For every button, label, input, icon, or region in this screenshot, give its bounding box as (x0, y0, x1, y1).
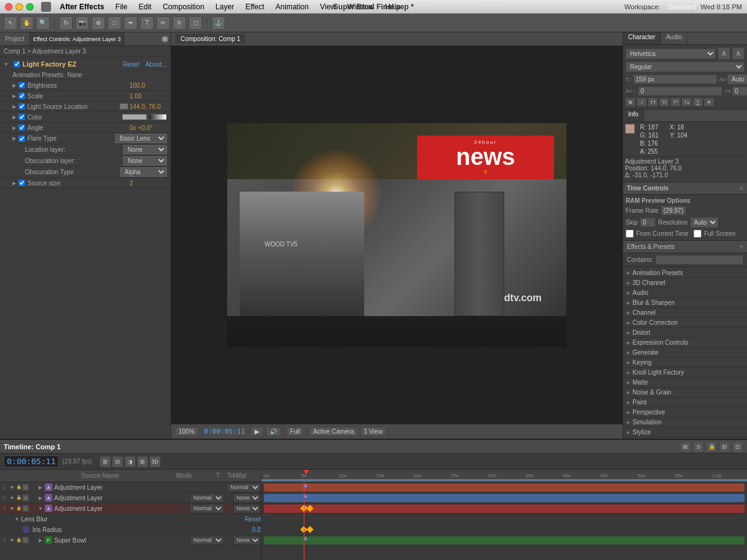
play-btn[interactable]: ▶ (251, 427, 263, 436)
smallcaps-icon[interactable]: Tt (659, 98, 669, 106)
timeline-track-area[interactable]: 0s 5s 10s 15s 20s 25s 30s 35s 40s 45s 50… (261, 470, 747, 560)
light-source-crosshair[interactable] (120, 103, 128, 110)
effect-knoll-light-factory[interactable]: ▶ Knoll Light Factory (623, 368, 747, 378)
tl-layer-2-lock[interactable]: 🔒 (16, 495, 22, 501)
angle-value[interactable]: 0x +0.0° (129, 124, 167, 131)
tab-info[interactable]: Info (623, 110, 644, 121)
menu-layer[interactable]: Layer (210, 1, 239, 12)
menu-composition[interactable]: Composition (157, 1, 209, 12)
scale-enable[interactable] (19, 93, 25, 99)
menu-animation[interactable]: Animation (271, 1, 314, 12)
tl-preview-btn[interactable]: ⊞ (100, 456, 111, 467)
caps-icon[interactable]: TT (648, 98, 658, 106)
sub-icon[interactable]: T₂ (682, 98, 692, 106)
color-enable[interactable] (19, 114, 25, 120)
angle-enable[interactable] (19, 124, 25, 131)
tl-new-comp-btn[interactable]: ⊞ (680, 441, 691, 452)
toolbar-select-tool[interactable]: ↖ (4, 16, 17, 30)
effect-noise-grain[interactable]: ▶ Noise & Grain (623, 388, 747, 398)
bold-icon[interactable]: B (626, 98, 636, 106)
effect-text[interactable]: ▶ Text (623, 437, 747, 439)
color-expand[interactable]: ▶ (12, 114, 16, 120)
toolbar-brush-tool[interactable]: ✏ (156, 16, 170, 30)
underline-icon[interactable]: T (693, 98, 703, 106)
tl-layer-3-trkmat[interactable]: None (233, 504, 261, 513)
tab-audio[interactable]: Audio (661, 32, 688, 44)
brightness-enable[interactable] (19, 82, 25, 88)
source-size-value[interactable]: 2 (129, 180, 167, 187)
light-source-value[interactable]: 144.0, 76.0 (129, 103, 167, 110)
tl-layer-1-mode[interactable]: Normal (227, 483, 261, 492)
minimize-button[interactable] (16, 3, 23, 11)
close-button[interactable] (5, 3, 12, 11)
tl-layer-3-lock[interactable]: 🔒 (16, 505, 22, 511)
toolbar-stamp-tool[interactable]: ⎘ (172, 16, 186, 30)
tl-layer-3-vis[interactable]: 👁 (9, 505, 15, 511)
tl-layer-4-mode[interactable]: Normal (190, 536, 224, 545)
effect-matte[interactable]: ▶ Matte (623, 378, 747, 388)
effects-search-input[interactable] (655, 255, 743, 264)
font-style-select[interactable]: Regular (626, 62, 745, 72)
effect-color-correction[interactable]: ▶ Color Correction (623, 318, 747, 328)
panel-close-btn[interactable]: ✕ (162, 36, 168, 42)
track-row-4[interactable] (261, 535, 747, 546)
skip-input[interactable] (640, 218, 655, 227)
toolbar-pen-tool[interactable]: ✒ (124, 16, 138, 30)
tl-collapse-btn[interactable]: ⊟ (719, 441, 730, 452)
timeline-ruler[interactable]: 0s 5s 10s 15s 20s 25s 30s 35s 40s 45s 50… (261, 470, 747, 482)
comp-tab-1[interactable]: Composition: Comp 1 (175, 34, 246, 44)
tl-layer-2-mode[interactable]: Normal (190, 493, 224, 503)
font-size-input[interactable]: 159 px (633, 75, 717, 84)
tl-layer-2-solo[interactable]: S (22, 495, 29, 501)
tl-layer-4-vis[interactable]: 👁 (9, 537, 15, 543)
toolbar-text-tool[interactable]: T (140, 16, 154, 30)
tl-frame-btn[interactable]: ⊡ (732, 441, 743, 452)
tl-layer-2-trkmat[interactable]: None (233, 493, 261, 503)
track-row-2[interactable] (261, 493, 747, 503)
scale-value[interactable]: 1.00 (129, 93, 167, 100)
tl-effect-expand[interactable]: ▼ (12, 515, 21, 523)
tl-iris-radius-value[interactable]: 0.0 (252, 526, 261, 533)
tl-layer-1-vis[interactable]: 👁 (9, 484, 15, 490)
toolbar-pan-tool[interactable]: ⊕ (92, 16, 105, 30)
obscuration-layer-select[interactable]: None (123, 156, 167, 166)
tl-layer-1-lock[interactable]: 🔒 (16, 484, 22, 490)
composition-viewer[interactable]: 24hour news 8 woodtv.com WOOD TV5 (171, 46, 622, 424)
toolbar-puppet-tool[interactable]: ⚓ (212, 16, 225, 30)
tl-lock-btn[interactable]: 🔒 (706, 441, 717, 452)
italic-icon[interactable]: I (637, 98, 647, 106)
anim-presets-value[interactable]: None (67, 72, 82, 78)
effect-3d-channel[interactable]: ▶ 3D Channel (623, 278, 747, 288)
effect-distort[interactable]: ▶ Distort (623, 328, 747, 338)
full-screen-checkbox[interactable] (693, 230, 702, 238)
tl-layer-3-expand[interactable]: ▼ (36, 504, 45, 513)
toolbar-eraser-tool[interactable]: ◻ (189, 16, 202, 30)
tl-layer-4-lock[interactable]: 🔒 (16, 537, 22, 543)
tl-solo-btn[interactable]: S (693, 441, 704, 452)
brightness-expand[interactable]: ▶ (12, 83, 16, 88)
tl-effect-reset-btn[interactable]: Reset (245, 516, 261, 523)
effect-stylize[interactable]: ▶ Stylize (623, 427, 747, 437)
effect-keying[interactable]: ▶ Keying (623, 358, 747, 368)
tl-draft-btn[interactable]: ⊟ (112, 456, 123, 467)
location-layer-select[interactable]: None (123, 145, 167, 154)
effect-expression-controls[interactable]: ▶ Expression Controls (623, 338, 747, 348)
menu-file[interactable]: File (110, 1, 132, 12)
timeline-timecode[interactable]: 0:00:05:11 (4, 455, 59, 467)
tl-layer-1-expand[interactable]: ▶ (36, 483, 45, 492)
toolbar-hand-tool[interactable]: ✋ (20, 16, 34, 30)
effect-paint[interactable]: ▶ Paint (623, 398, 747, 408)
resolution-select[interactable]: Auto Full Half (690, 217, 718, 228)
super-icon[interactable]: T² (670, 98, 680, 106)
tl-3d-btn[interactable]: 3D (149, 456, 161, 467)
resolution-selector[interactable]: Full (286, 427, 304, 436)
toolbar-camera-tool[interactable]: 📷 (75, 16, 89, 30)
from-current-checkbox[interactable] (626, 230, 634, 238)
effect-audio[interactable]: ▶ Audio (623, 288, 747, 298)
tl-layer-4-solo[interactable]: S (22, 537, 29, 543)
view-selector[interactable]: 1 View (360, 427, 387, 436)
tl-layer-4-expand[interactable]: ▶ (36, 536, 45, 544)
strike-icon[interactable]: T (704, 98, 714, 106)
source-size-expand[interactable]: ▶ (12, 180, 16, 186)
toolbar-zoom-tool[interactable]: 🔍 (36, 16, 50, 30)
